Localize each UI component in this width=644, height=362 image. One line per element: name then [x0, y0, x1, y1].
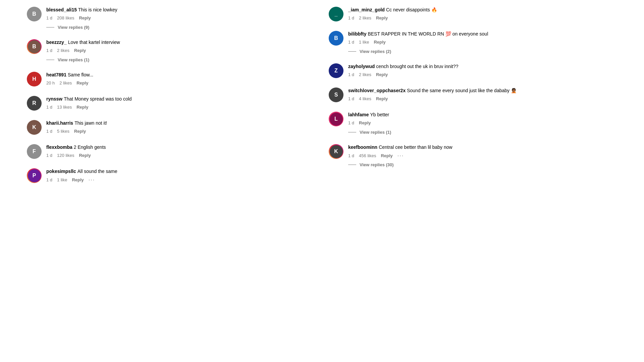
reply-button[interactable]: Reply: [74, 129, 86, 134]
comment-block: R rynsswThat Money spread was too cold 1…: [27, 96, 315, 111]
comment-main: B beezzzy_Love that kartel interview 1 d…: [27, 39, 315, 54]
reply-button[interactable]: Reply: [79, 15, 91, 20]
comment-block: F flexxbomba2 English gents 1 d 120 like…: [27, 144, 315, 159]
comment-body: That Money spread was too cold: [64, 96, 131, 102]
view-replies[interactable]: View replies (9): [46, 25, 315, 30]
reply-button[interactable]: Reply: [79, 153, 91, 158]
comment-block: _ _iam_minz_goldCc never disappoints 🔥 1…: [329, 7, 617, 21]
comment-meta: 1 d 2 likes Reply: [46, 48, 315, 53]
comment-meta: 1 d 1 like Reply ···: [46, 177, 315, 183]
likes-count: 13 likes: [57, 105, 72, 110]
reply-button[interactable]: Reply: [376, 15, 388, 20]
comment-username[interactable]: beezzzy_: [46, 40, 67, 45]
view-replies-text: View replies (1): [58, 57, 89, 62]
comment-meta: 1 d 2 likes Reply: [348, 15, 617, 20]
reply-button[interactable]: Reply: [76, 80, 88, 85]
reply-button[interactable]: Reply: [76, 105, 88, 110]
comment-block: K kharii.harrisThis jawn not it! 1 d 5 l…: [27, 120, 315, 135]
view-replies-text: View replies (1): [360, 130, 391, 135]
likes-count: 208 likes: [57, 15, 74, 20]
avatar: P: [27, 168, 42, 183]
comment-time: 1 d: [46, 48, 52, 53]
avatar: H: [27, 72, 42, 86]
comment-username[interactable]: switchlover_oppchaser2x: [348, 88, 406, 93]
avatar: B: [27, 39, 42, 54]
likes-count: 2 likes: [359, 72, 371, 77]
comment-text: _iam_minz_goldCc never disappoints 🔥: [348, 7, 617, 13]
likes-count: 5 likes: [57, 129, 69, 134]
comment-username[interactable]: flexxbomba: [46, 144, 72, 150]
comment-username[interactable]: blessed_ali15: [46, 7, 77, 12]
likes-count: 1 like: [57, 177, 67, 182]
likes-count: 4 likes: [359, 96, 371, 101]
comment-meta: 1 d 5 likes Reply: [46, 129, 315, 134]
avatar: L: [329, 112, 343, 126]
more-options-button[interactable]: ···: [397, 153, 404, 159]
comment-body: Cc never disappoints 🔥: [386, 7, 437, 12]
comment-body: 2 English gents: [74, 144, 106, 150]
comment-main: S switchlover_oppchaser2xSound the same …: [329, 87, 617, 102]
reply-button[interactable]: Reply: [381, 153, 392, 158]
comment-username[interactable]: _iam_minz_gold: [348, 7, 385, 12]
comment-username[interactable]: heat7891: [46, 72, 66, 77]
replies-line: [348, 132, 356, 132]
avatar: S: [329, 87, 343, 102]
view-replies-text: View replies (9): [58, 25, 89, 30]
comment-username[interactable]: lahhfame: [348, 112, 369, 117]
comment-content: beezzzy_Love that kartel interview 1 d 2…: [46, 39, 315, 53]
reply-button[interactable]: Reply: [376, 96, 388, 101]
comment-content: rynsswThat Money spread was too cold 1 d…: [46, 96, 315, 110]
comment-content: _iam_minz_goldCc never disappoints 🔥 1 d…: [348, 7, 617, 20]
comment-username[interactable]: zayholywud: [348, 64, 375, 69]
likes-count: 2 likes: [59, 80, 72, 85]
comment-text: kharii.harrisThis jawn not it!: [46, 120, 315, 127]
view-replies[interactable]: View replies (1): [348, 130, 617, 135]
likes-count: 456 likes: [359, 153, 376, 158]
comment-username[interactable]: rynssw: [46, 96, 62, 102]
comment-text: lahhfameYb better: [348, 112, 617, 118]
comment-time: 1 d: [348, 96, 354, 101]
avatar: _: [329, 7, 343, 21]
likes-count: 120 likes: [57, 153, 74, 158]
more-options-button[interactable]: ···: [89, 177, 95, 183]
view-replies[interactable]: View replies (2): [348, 49, 617, 54]
comment-text: switchlover_oppchaser2xSound the same ev…: [348, 87, 617, 94]
comment-main: H heat7891Same flow... 20 h 2 likes Repl…: [27, 72, 315, 86]
reply-button[interactable]: Reply: [374, 40, 385, 45]
comment-main: F flexxbomba2 English gents 1 d 120 like…: [27, 144, 315, 159]
comment-time: 1 d: [46, 153, 52, 158]
comment-meta: 1 d Reply: [348, 120, 617, 125]
comment-time: 1 d: [348, 72, 354, 77]
replies-line: [348, 165, 356, 165]
comment-main: B blessed_ali15This is nice lowkey 1 d 2…: [27, 7, 315, 21]
comment-text: heat7891Same flow...: [46, 72, 315, 78]
replies-line: [46, 60, 54, 60]
comment-main: P pokesimpsllcAll sound the same 1 d 1 l…: [27, 168, 315, 183]
view-replies-text: View replies (2): [360, 49, 391, 54]
avatar: Z: [329, 63, 343, 78]
comment-main: K keefboominnCentral cee better than lil…: [329, 144, 617, 159]
comment-time: 1 d: [46, 129, 52, 134]
comment-time: 1 d: [46, 105, 52, 110]
reply-button[interactable]: Reply: [376, 72, 388, 77]
comment-body: This is nice lowkey: [78, 7, 117, 12]
comment-main: K kharii.harrisThis jawn not it! 1 d 5 l…: [27, 120, 315, 135]
view-replies[interactable]: View replies (1): [46, 57, 315, 62]
likes-count: 1 like: [359, 40, 369, 45]
reply-button[interactable]: Reply: [359, 120, 371, 125]
comment-body: Sound the same every sound just like the…: [407, 88, 517, 93]
comment-meta: 1 d 120 likes Reply: [46, 153, 315, 158]
reply-button[interactable]: Reply: [72, 177, 84, 182]
comment-username[interactable]: kharii.harris: [46, 120, 73, 126]
comment-body: All sound the same: [77, 169, 117, 174]
reply-button[interactable]: Reply: [74, 48, 86, 53]
comment-content: heat7891Same flow... 20 h 2 likes Reply: [46, 72, 315, 85]
comment-username[interactable]: bilibbfty: [348, 31, 366, 37]
view-replies[interactable]: View replies (30): [348, 162, 617, 167]
comment-username[interactable]: keefboominn: [348, 144, 377, 150]
right-column: _ _iam_minz_goldCc never disappoints 🔥 1…: [322, 7, 624, 192]
comment-text: rynsswThat Money spread was too cold: [46, 96, 315, 103]
comment-block: L lahhfameYb better 1 d Reply View rep: [329, 112, 617, 135]
comment-username[interactable]: pokesimpsllc: [46, 169, 76, 174]
comment-body: BEST RAPPER IN THE WORLD RN 💯 on everyon…: [368, 31, 488, 37]
